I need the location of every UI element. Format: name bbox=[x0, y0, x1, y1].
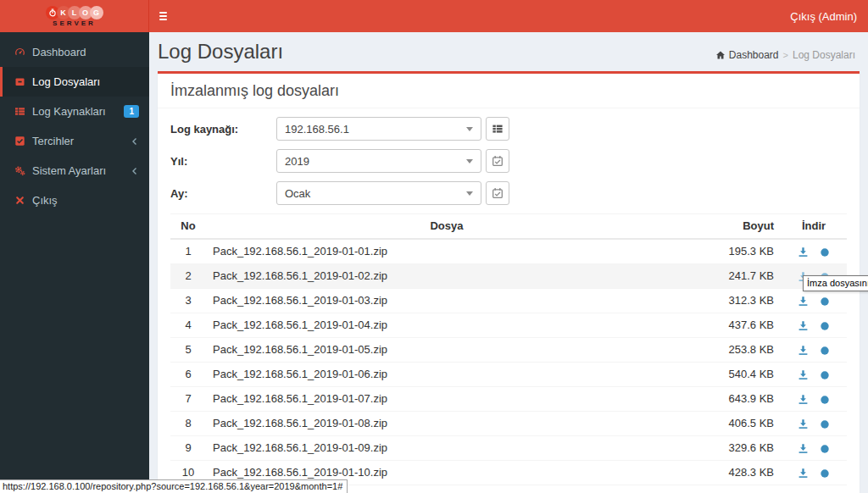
file-name: Pack_192.168.56.1_2019-01-01.zip bbox=[206, 239, 687, 264]
row-number: 4 bbox=[170, 313, 206, 338]
breadcrumb-home[interactable]: Dashboard bbox=[715, 49, 779, 61]
download-icon[interactable] bbox=[798, 443, 809, 454]
status-bar-url: https://192.168.0.100/repository.php?sou… bbox=[0, 479, 348, 493]
table-header-row: No Dosya Boyut İndir bbox=[170, 214, 847, 240]
file-name: Pack_192.168.56.1_2019-01-02.zip bbox=[206, 264, 687, 289]
signature-icon[interactable] bbox=[820, 346, 830, 356]
file-size: 406.5 KB bbox=[687, 412, 781, 436]
sidebar-item[interactable]: Çıkış bbox=[0, 186, 149, 215]
filter-select[interactable]: Ocak bbox=[276, 181, 481, 205]
file-size: 192.4 KB bbox=[687, 485, 781, 493]
signature-icon[interactable] bbox=[820, 370, 830, 380]
selected-value: 2019 bbox=[285, 155, 309, 168]
gears-icon bbox=[14, 165, 25, 176]
calendar-check-icon bbox=[492, 155, 504, 167]
file-size: 428.3 KB bbox=[687, 461, 781, 485]
sidebar-item-label: Log Dosyaları bbox=[32, 75, 100, 88]
table-row: 1 Pack_192.168.56.1_2019-01-01.zip 195.3… bbox=[170, 239, 847, 264]
table-row: 3 Pack_192.168.56.1_2019-01-03.zip 312.3… bbox=[170, 289, 847, 313]
signature-icon[interactable] bbox=[820, 321, 830, 331]
file-name: Pack_192.168.56.1_2019-01-05.zip bbox=[206, 338, 687, 363]
filter-label: Log kaynağı: bbox=[170, 123, 276, 136]
signature-icon[interactable] bbox=[820, 419, 830, 429]
sidebar-item[interactable]: Sistem Ayarları bbox=[0, 156, 149, 186]
table-row: 7 Pack_192.168.56.1_2019-01-07.zip 643.9… bbox=[170, 387, 847, 412]
caret-down-icon bbox=[466, 159, 473, 163]
filter-select[interactable]: 192.168.56.1 bbox=[276, 117, 481, 141]
signature-icon[interactable] bbox=[820, 296, 830, 307]
row-number: 6 bbox=[170, 363, 206, 387]
file-name: Pack_192.168.56.1_2019-01-07.zip bbox=[206, 387, 687, 412]
logout-link[interactable]: Çıkış (Admin) bbox=[790, 10, 857, 23]
row-number: 5 bbox=[170, 338, 206, 363]
sidebar-item[interactable]: Dashboard bbox=[0, 37, 149, 67]
count-badge: 1 bbox=[124, 105, 139, 118]
signature-icon[interactable] bbox=[820, 247, 830, 258]
sidebar-item[interactable]: Log Kaynakları 1 bbox=[0, 97, 149, 126]
file-name: Pack_192.168.56.1_2019-01-04.zip bbox=[206, 313, 687, 338]
file-size: 253.8 KB bbox=[687, 338, 781, 363]
download-icon[interactable] bbox=[798, 369, 809, 380]
row-number: 2 bbox=[170, 264, 206, 289]
download-icon[interactable] bbox=[798, 418, 809, 429]
sidebar-item[interactable]: Tercihler bbox=[0, 126, 149, 156]
caret-down-icon bbox=[466, 191, 473, 196]
selected-value: Ocak bbox=[285, 187, 310, 200]
filter-addon-button[interactable] bbox=[486, 181, 509, 205]
check-square-icon bbox=[14, 136, 25, 147]
filter-label: Ay: bbox=[170, 187, 276, 200]
filter-addon-button[interactable] bbox=[486, 149, 509, 173]
breadcrumb-current: Log Dosyaları bbox=[793, 49, 855, 61]
download-icon[interactable] bbox=[798, 394, 809, 405]
signature-icon[interactable] bbox=[820, 444, 830, 454]
tooltip: İmza dosyasını indir bbox=[803, 275, 868, 291]
log-files-table: No Dosya Boyut İndir 1 Pack_192.168.56.1… bbox=[170, 213, 847, 493]
file-size: 241.7 KB bbox=[687, 264, 781, 289]
row-number: 7 bbox=[170, 387, 206, 412]
hamburger-icon[interactable] bbox=[158, 8, 169, 24]
chevron-left-icon bbox=[131, 167, 139, 175]
filter-label: Yıl: bbox=[170, 155, 276, 168]
file-name: Pack_192.168.56.1_2019-01-03.zip bbox=[206, 289, 687, 313]
sidebar-item[interactable]: Log Dosyaları bbox=[0, 67, 149, 97]
filter-addon-button[interactable] bbox=[486, 117, 509, 141]
content-area: Log Dosyaları Dashboard > Log Dosyaları … bbox=[149, 32, 868, 493]
download-icon[interactable] bbox=[798, 296, 809, 307]
signed-logs-panel: İmzalanmış log dosyaları Log kaynağı: 19… bbox=[158, 71, 860, 493]
download-icon[interactable] bbox=[798, 345, 809, 356]
breadcrumb: Dashboard > Log Dosyaları bbox=[715, 49, 855, 61]
row-number: 8 bbox=[170, 412, 206, 436]
home-icon bbox=[715, 50, 726, 60]
col-header-file: Dosya bbox=[206, 214, 687, 240]
col-header-no: No bbox=[170, 214, 206, 240]
logo-circles: KLOG bbox=[46, 6, 103, 19]
file-name: Pack_192.168.56.1_2019-01-08.zip bbox=[206, 412, 687, 436]
sidebar-item-label: Tercihler bbox=[32, 135, 74, 147]
breadcrumb-separator: > bbox=[783, 50, 788, 60]
logo-subtitle: SERVER bbox=[53, 19, 96, 27]
app-logo[interactable]: KLOG SERVER bbox=[0, 0, 149, 32]
selected-value: 192.168.56.1 bbox=[285, 123, 349, 136]
content-header: Log Dosyaları Dashboard > Log Dosyaları bbox=[149, 32, 868, 71]
dashboard-icon bbox=[14, 47, 25, 58]
filter-row: Ay: Ocak bbox=[170, 181, 847, 205]
download-icon[interactable] bbox=[798, 320, 809, 331]
file-name: Pack_192.168.56.1_2019-01-09.zip bbox=[206, 436, 687, 461]
download-icon[interactable] bbox=[798, 468, 809, 479]
panel-header: İmzalanmış log dosyaları bbox=[158, 74, 860, 108]
top-bar: KLOG SERVER Çıkış (Admin) bbox=[0, 0, 868, 32]
calendar-check-icon bbox=[492, 187, 504, 199]
row-number: 1 bbox=[170, 239, 206, 264]
download-icon[interactable] bbox=[798, 246, 809, 258]
signature-icon[interactable] bbox=[820, 468, 830, 479]
col-header-download: İndir bbox=[781, 214, 847, 240]
table-row: 6 Pack_192.168.56.1_2019-01-06.zip 540.4… bbox=[170, 363, 847, 387]
row-number: 9 bbox=[170, 436, 206, 461]
filter-select[interactable]: 2019 bbox=[276, 149, 481, 173]
signature-icon[interactable] bbox=[820, 395, 830, 405]
list-icon bbox=[14, 106, 25, 117]
x-icon bbox=[14, 196, 25, 205]
sidebar-item-label: Sistem Ayarları bbox=[32, 164, 106, 177]
sidebar-item-label: Dashboard bbox=[32, 46, 86, 58]
panel-body: Log kaynağı: 192.168.56.1 Yıl: 2019 bbox=[158, 108, 860, 493]
